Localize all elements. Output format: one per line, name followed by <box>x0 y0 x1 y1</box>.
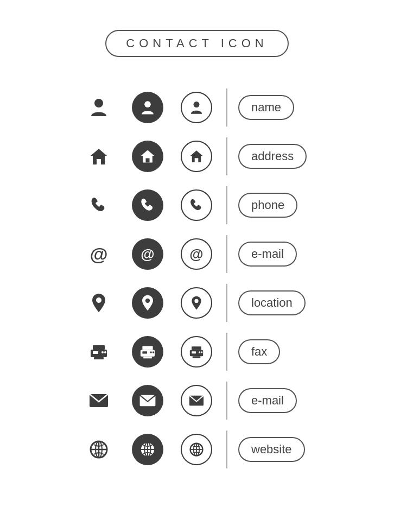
row-name: name <box>74 83 320 132</box>
mail-plain-icon <box>74 394 123 408</box>
svg-point-29 <box>201 351 202 353</box>
location-outline-icon <box>172 287 221 319</box>
location-filled-icon <box>123 287 172 319</box>
label-mail: e-mail <box>233 388 320 413</box>
row-phone: phone <box>74 181 320 230</box>
svg-rect-26 <box>193 356 201 358</box>
row-fax: fax <box>74 327 320 376</box>
location-plain-icon <box>74 293 123 313</box>
person-plain-icon <box>74 98 123 117</box>
row-address: address <box>74 132 320 181</box>
location-badge: location <box>238 290 306 315</box>
mail-filled-icon <box>123 385 172 416</box>
label-name: name <box>233 95 320 120</box>
title-container: CONTACT ICON <box>105 30 288 57</box>
svg-point-1 <box>144 101 151 107</box>
row-email: @ @ @ e-mail <box>74 230 320 278</box>
fax-filled-icon <box>123 336 172 368</box>
person-outline-icon <box>172 92 221 123</box>
divider <box>226 382 227 420</box>
phone-badge: phone <box>238 193 297 218</box>
divider <box>226 186 227 224</box>
divider <box>226 430 227 468</box>
at-outline-icon: @ <box>172 238 221 270</box>
svg-point-9 <box>96 297 101 303</box>
mail-outline-icon <box>172 385 221 416</box>
svg-point-17 <box>104 351 106 353</box>
mail-badge: e-mail <box>238 388 297 413</box>
svg-rect-8 <box>195 158 199 162</box>
svg-point-10 <box>145 299 150 303</box>
svg-rect-24 <box>192 346 201 350</box>
svg-rect-27 <box>192 351 196 353</box>
home-filled-icon <box>123 141 172 172</box>
address-badge: address <box>238 144 307 169</box>
at-filled-icon: @ <box>123 238 172 270</box>
label-phone: phone <box>233 193 320 218</box>
svg-point-28 <box>199 351 200 353</box>
svg-point-0 <box>94 99 103 107</box>
phone-outline-icon <box>172 189 221 221</box>
divider <box>226 88 227 126</box>
svg-rect-12 <box>93 345 105 350</box>
fax-outline-icon <box>172 336 221 368</box>
svg-rect-14 <box>94 357 104 359</box>
svg-rect-15 <box>93 351 98 354</box>
fax-badge: fax <box>238 339 280 364</box>
row-website: website <box>74 425 320 474</box>
svg-rect-18 <box>142 346 152 350</box>
svg-point-22 <box>150 351 152 353</box>
globe-plain-icon <box>74 440 123 459</box>
label-location: location <box>233 290 320 315</box>
home-outline-icon <box>172 141 221 172</box>
divider <box>226 284 227 322</box>
svg-rect-21 <box>142 351 147 353</box>
divider <box>226 235 227 273</box>
svg-rect-4 <box>97 159 101 164</box>
globe-filled-icon <box>123 434 172 465</box>
label-website: website <box>233 437 320 462</box>
svg-rect-20 <box>143 357 152 359</box>
divider <box>226 137 227 175</box>
email-badge: e-mail <box>238 242 297 267</box>
phone-plain-icon <box>74 197 123 214</box>
svg-point-2 <box>194 102 200 107</box>
svg-point-16 <box>101 351 104 353</box>
home-plain-icon <box>74 147 123 166</box>
at-plain-icon: @ <box>74 244 123 265</box>
svg-point-11 <box>194 299 198 303</box>
at-symbol-plain: @ <box>90 244 107 265</box>
person-filled-icon <box>123 92 172 123</box>
fax-plain-icon <box>74 343 123 360</box>
row-location: location <box>74 278 320 327</box>
row-mail: e-mail <box>74 376 320 425</box>
globe-outline-icon <box>172 434 221 465</box>
icons-section: name <box>74 83 320 474</box>
svg-point-23 <box>152 351 155 353</box>
divider <box>226 333 227 371</box>
page-title: CONTACT ICON <box>126 36 268 50</box>
name-badge: name <box>238 95 294 120</box>
label-fax: fax <box>233 339 320 364</box>
svg-rect-6 <box>145 159 149 163</box>
label-email: e-mail <box>233 242 320 267</box>
website-badge: website <box>238 437 305 462</box>
phone-filled-icon <box>123 189 172 221</box>
label-address: address <box>233 144 320 169</box>
